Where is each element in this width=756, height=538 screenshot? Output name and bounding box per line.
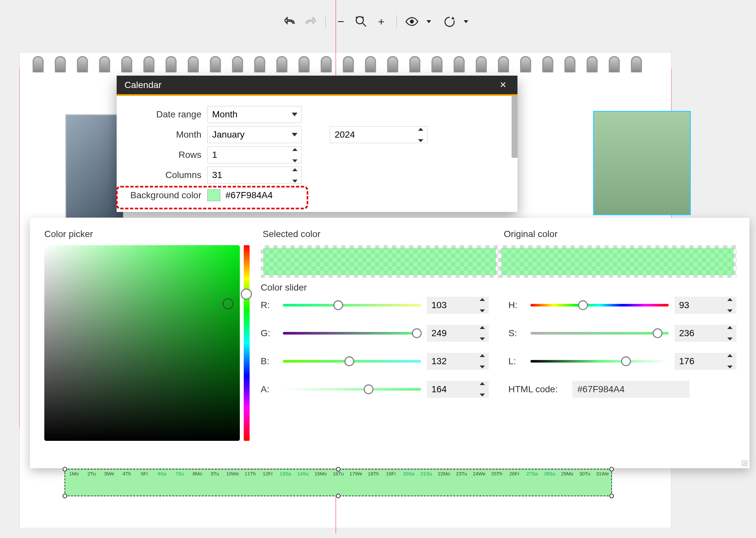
- calendar-day-cell[interactable]: 29Mo: [558, 471, 576, 476]
- calendar-day-cell[interactable]: 3We: [100, 471, 118, 476]
- month-label: Month: [126, 130, 201, 140]
- a-label: A:: [261, 384, 277, 395]
- a-slider[interactable]: [283, 388, 421, 391]
- calendar-day-cell[interactable]: 20Sa: [400, 471, 417, 476]
- calendar-day-cell[interactable]: 9Tu: [206, 471, 224, 476]
- vertical-guide: [336, 0, 336, 76]
- resize-grip[interactable]: [741, 460, 747, 466]
- undo-button[interactable]: [283, 14, 297, 29]
- redo-button[interactable]: [303, 14, 317, 29]
- calendar-day-cell[interactable]: 8Mo: [188, 471, 206, 476]
- html-code-input[interactable]: #67F984A4: [572, 381, 689, 398]
- selection-handle[interactable]: [63, 467, 67, 471]
- spinner-buttons[interactable]: [480, 298, 487, 312]
- calendar-day-cell[interactable]: 2Tu: [83, 471, 100, 476]
- calendar-day-cell[interactable]: 30Tu: [576, 471, 594, 476]
- calendar-day-cell[interactable]: 21Su: [417, 471, 435, 476]
- original-color-preview[interactable]: [498, 245, 736, 278]
- spinner-buttons[interactable]: [727, 298, 734, 312]
- spinner-buttons[interactable]: [480, 354, 487, 368]
- calendar-day-cell[interactable]: 1Mo: [65, 471, 83, 476]
- selection-handle[interactable]: [63, 494, 67, 498]
- h-slider[interactable]: [531, 304, 669, 306]
- calendar-day-cell[interactable]: 6Sa: [153, 471, 171, 476]
- calendar-day-cell[interactable]: 5Fr: [136, 471, 153, 476]
- calendar-day-cell[interactable]: 14Su: [294, 471, 312, 476]
- calendar-day-cell[interactable]: 19Fr: [382, 471, 400, 476]
- h-slider-thumb[interactable]: [578, 300, 588, 310]
- dialog-scrollbar[interactable]: [512, 96, 517, 158]
- r-value-input[interactable]: 103: [427, 297, 489, 314]
- calendar-day-cell[interactable]: 28Su: [541, 471, 558, 476]
- spinner-buttons[interactable]: [292, 168, 300, 183]
- calendar-day-cell[interactable]: 27Sa: [523, 471, 541, 476]
- calendar-day-cell[interactable]: 26Fr: [506, 471, 523, 476]
- calendar-day-cell[interactable]: 22Mo: [435, 471, 452, 476]
- reset-button[interactable]: [442, 14, 456, 29]
- calendar-day-cell[interactable]: 13Sa: [277, 471, 294, 476]
- calendar-day-cell[interactable]: 18Th: [365, 471, 382, 476]
- g-slider-row: G:249: [261, 325, 489, 342]
- columns-spinner[interactable]: 31: [207, 167, 302, 184]
- chevron-down-icon: [292, 113, 298, 116]
- preview-chevron-icon[interactable]: [422, 14, 436, 29]
- sv-thumb[interactable]: [222, 298, 234, 309]
- spinner-buttons[interactable]: [727, 326, 734, 341]
- month-value: January: [212, 130, 245, 140]
- g-slider[interactable]: [283, 332, 421, 335]
- month-dropdown[interactable]: January: [207, 126, 302, 143]
- spinner-buttons[interactable]: [727, 354, 734, 368]
- calendar-day-cell[interactable]: 17We: [347, 471, 365, 476]
- date-range-dropdown[interactable]: Month: [207, 106, 302, 123]
- calendar-day-cell[interactable]: 10We: [224, 471, 242, 476]
- r-slider[interactable]: [283, 304, 421, 306]
- l-slider[interactable]: [531, 360, 669, 362]
- selection-handle[interactable]: [336, 494, 341, 498]
- a-value-input[interactable]: 164: [427, 381, 489, 398]
- a-slider-thumb[interactable]: [364, 384, 373, 394]
- calendar-strip[interactable]: 1Mo2Tu3We4Th5Fr6Sa7Su8Mo9Tu10We11Th12Fr1…: [65, 469, 612, 496]
- calendar-day-cell[interactable]: 4Th: [118, 471, 136, 476]
- dialog-close-button[interactable]: ✕: [496, 79, 510, 92]
- reset-chevron-icon[interactable]: [459, 14, 473, 29]
- calendar-day-cell[interactable]: 11Th: [242, 471, 259, 476]
- dialog-titlebar[interactable]: Calendar ✕: [117, 76, 517, 96]
- year-spinner[interactable]: 2024: [330, 126, 428, 143]
- s-value-input[interactable]: 236: [675, 325, 736, 342]
- r-slider-thumb[interactable]: [333, 300, 343, 310]
- saturation-value-area[interactable]: [44, 245, 240, 441]
- g-value-input[interactable]: 249: [427, 325, 489, 342]
- selection-handle[interactable]: [609, 467, 614, 471]
- calendar-day-cell[interactable]: 31We: [594, 471, 611, 476]
- selection-handle[interactable]: [609, 494, 614, 498]
- l-slider-thumb[interactable]: [621, 356, 631, 366]
- calendar-day-cell[interactable]: 12Fr: [259, 471, 277, 476]
- calendar-day-cell[interactable]: 25Th: [488, 471, 506, 476]
- svg-line-1: [363, 23, 366, 27]
- spinner-buttons[interactable]: [418, 128, 425, 142]
- b-slider-thumb[interactable]: [345, 356, 354, 366]
- spinner-buttons[interactable]: [480, 326, 487, 341]
- preview-button[interactable]: [405, 14, 419, 29]
- zoom-fit-button[interactable]: [354, 14, 368, 29]
- zoom-in-button[interactable]: +: [374, 14, 389, 29]
- rows-spinner[interactable]: 1: [207, 146, 302, 163]
- calendar-day-cell[interactable]: 7Su: [171, 471, 188, 476]
- s-slider-thumb[interactable]: [653, 328, 662, 338]
- hue-thumb[interactable]: [241, 289, 252, 300]
- calendar-day-cell[interactable]: 15Mo: [312, 471, 329, 476]
- b-value-input[interactable]: 132: [427, 353, 489, 370]
- l-value-input[interactable]: 176: [675, 353, 736, 370]
- calendar-day-cell[interactable]: 16Tu: [329, 471, 347, 476]
- s-slider[interactable]: [531, 332, 669, 335]
- calendar-day-cell[interactable]: 24We: [470, 471, 488, 476]
- g-slider-thumb[interactable]: [412, 328, 422, 338]
- spinner-buttons[interactable]: [292, 148, 300, 162]
- selection-handle[interactable]: [336, 467, 341, 471]
- calendar-day-cell[interactable]: 23Tu: [452, 471, 470, 476]
- hue-strip[interactable]: [244, 245, 250, 441]
- h-label: H:: [508, 300, 525, 310]
- spinner-buttons[interactable]: [480, 382, 487, 397]
- b-slider[interactable]: [283, 360, 421, 362]
- h-value-input[interactable]: 93: [675, 297, 736, 314]
